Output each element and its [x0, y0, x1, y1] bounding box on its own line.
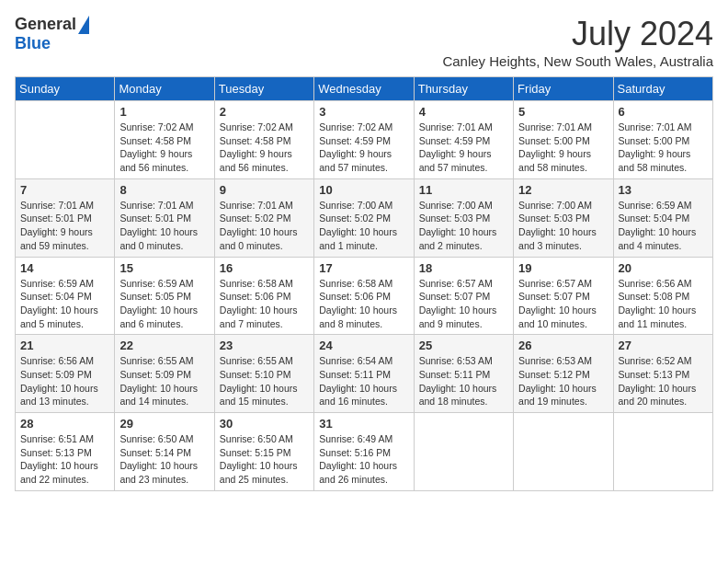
- table-row: [16, 101, 115, 179]
- sunrise-text: Sunrise: 7:00 AM: [419, 200, 493, 211]
- day-number: 24: [319, 339, 408, 352]
- sunrise-text: Sunrise: 6:49 AM: [319, 433, 392, 444]
- table-row: 9Sunrise: 7:01 AMSunset: 5:02 PMDaylight…: [214, 178, 313, 257]
- day-info: Sunrise: 7:01 AMSunset: 5:01 PMDaylight:…: [20, 199, 109, 253]
- sunset-text: Sunset: 5:01 PM: [20, 213, 92, 224]
- logo-blue-text: Blue: [15, 34, 51, 53]
- day-number: 17: [319, 261, 408, 275]
- sunrise-text: Sunrise: 6:55 AM: [220, 355, 293, 366]
- sunset-text: Sunset: 5:01 PM: [119, 213, 191, 224]
- table-row: 16Sunrise: 6:58 AMSunset: 5:06 PMDayligh…: [214, 257, 313, 335]
- sunset-text: Sunset: 4:58 PM: [220, 135, 291, 146]
- day-info: Sunrise: 6:59 AMSunset: 5:04 PMDaylight:…: [20, 277, 109, 331]
- daylight-text: Daylight: 10 hours and 8 minutes.: [319, 304, 397, 329]
- sunrise-text: Sunrise: 6:50 AM: [220, 433, 293, 444]
- day-number: 31: [319, 417, 408, 431]
- daylight-text: Daylight: 10 hours and 18 minutes.: [419, 383, 497, 408]
- day-number: 28: [20, 417, 109, 431]
- daylight-text: Daylight: 9 hours and 56 minutes.: [220, 148, 292, 173]
- day-number: 30: [220, 417, 309, 431]
- daylight-text: Daylight: 10 hours and 1 minute.: [319, 226, 397, 251]
- location-title: Canley Heights, New South Wales, Austral…: [442, 53, 713, 69]
- sunset-text: Sunset: 5:06 PM: [220, 291, 291, 302]
- daylight-text: Daylight: 10 hours and 23 minutes.: [119, 460, 198, 485]
- header-sunday: Sunday: [16, 77, 115, 101]
- daylight-text: Daylight: 10 hours and 15 minutes.: [220, 383, 298, 408]
- table-row: 19Sunrise: 6:57 AMSunset: 5:07 PMDayligh…: [514, 257, 613, 335]
- sunrise-text: Sunrise: 6:52 AM: [619, 355, 692, 366]
- sunset-text: Sunset: 5:11 PM: [419, 369, 491, 380]
- daylight-text: Daylight: 10 hours and 6 minutes.: [119, 304, 198, 329]
- sunset-text: Sunset: 5:04 PM: [20, 291, 92, 302]
- sunrise-text: Sunrise: 6:56 AM: [619, 278, 692, 289]
- day-info: Sunrise: 6:53 AMSunset: 5:11 PMDaylight:…: [419, 354, 508, 408]
- daylight-text: Daylight: 10 hours and 4 minutes.: [619, 226, 697, 251]
- day-number: 20: [619, 261, 708, 275]
- sunrise-text: Sunrise: 6:59 AM: [119, 278, 193, 289]
- day-info: Sunrise: 6:52 AMSunset: 5:13 PMDaylight:…: [619, 354, 708, 408]
- sunset-text: Sunset: 5:16 PM: [319, 447, 391, 458]
- sunrise-text: Sunrise: 6:53 AM: [518, 355, 592, 366]
- day-number: 29: [119, 417, 209, 431]
- sunrise-text: Sunrise: 7:01 AM: [619, 121, 692, 132]
- sunrise-text: Sunrise: 6:58 AM: [220, 278, 293, 289]
- table-row: [514, 413, 613, 491]
- daylight-text: Daylight: 10 hours and 16 minutes.: [319, 383, 397, 408]
- sunrise-text: Sunrise: 6:57 AM: [518, 278, 592, 289]
- sunrise-text: Sunrise: 7:01 AM: [119, 200, 193, 211]
- day-number: 26: [518, 339, 608, 352]
- week-row-1: 1Sunrise: 7:02 AMSunset: 4:58 PMDaylight…: [16, 101, 713, 179]
- sunset-text: Sunset: 5:07 PM: [518, 291, 590, 302]
- daylight-text: Daylight: 10 hours and 10 minutes.: [518, 304, 597, 329]
- table-row: 4Sunrise: 7:01 AMSunset: 4:59 PMDaylight…: [414, 101, 513, 179]
- logo-general-text: General: [15, 15, 76, 34]
- sunset-text: Sunset: 5:00 PM: [619, 135, 690, 146]
- day-info: Sunrise: 7:02 AMSunset: 4:58 PMDaylight:…: [220, 121, 309, 175]
- day-number: 12: [518, 183, 608, 197]
- day-info: Sunrise: 6:51 AMSunset: 5:13 PMDaylight:…: [20, 432, 109, 487]
- table-row: 27Sunrise: 6:52 AMSunset: 5:13 PMDayligh…: [613, 335, 712, 413]
- sunrise-text: Sunrise: 7:01 AM: [419, 121, 493, 132]
- calendar-title-area: July 2024 Canley Heights, New South Wale…: [442, 15, 713, 69]
- calendar-table: Sunday Monday Tuesday Wednesday Thursday…: [15, 76, 713, 491]
- daylight-text: Daylight: 10 hours and 11 minutes.: [619, 304, 697, 329]
- weekday-header-row: Sunday Monday Tuesday Wednesday Thursday…: [16, 77, 713, 101]
- sunrise-text: Sunrise: 7:00 AM: [319, 200, 392, 211]
- sunset-text: Sunset: 4:59 PM: [319, 135, 391, 146]
- sunrise-text: Sunrise: 6:54 AM: [319, 355, 392, 366]
- day-number: 16: [220, 261, 309, 275]
- daylight-text: Daylight: 10 hours and 5 minutes.: [20, 304, 98, 329]
- sunset-text: Sunset: 5:13 PM: [619, 369, 690, 380]
- day-info: Sunrise: 6:55 AMSunset: 5:10 PMDaylight:…: [220, 354, 309, 408]
- daylight-text: Daylight: 10 hours and 22 minutes.: [20, 460, 98, 485]
- table-row: 29Sunrise: 6:50 AMSunset: 5:14 PMDayligh…: [115, 413, 214, 491]
- sunrise-text: Sunrise: 6:51 AM: [20, 433, 94, 444]
- day-info: Sunrise: 6:58 AMSunset: 5:06 PMDaylight:…: [319, 277, 408, 331]
- day-info: Sunrise: 6:57 AMSunset: 5:07 PMDaylight:…: [518, 277, 608, 331]
- sunrise-text: Sunrise: 6:55 AM: [119, 355, 193, 366]
- table-row: 3Sunrise: 7:02 AMSunset: 4:59 PMDaylight…: [314, 101, 414, 179]
- day-number: 1: [119, 105, 209, 119]
- day-info: Sunrise: 7:00 AMSunset: 5:03 PMDaylight:…: [518, 199, 608, 253]
- day-info: Sunrise: 6:56 AMSunset: 5:09 PMDaylight:…: [20, 354, 109, 408]
- table-row: 28Sunrise: 6:51 AMSunset: 5:13 PMDayligh…: [16, 413, 115, 491]
- daylight-text: Daylight: 10 hours and 7 minutes.: [220, 304, 298, 329]
- day-info: Sunrise: 6:53 AMSunset: 5:12 PMDaylight:…: [518, 354, 608, 408]
- table-row: 18Sunrise: 6:57 AMSunset: 5:07 PMDayligh…: [414, 257, 513, 335]
- sunset-text: Sunset: 5:02 PM: [220, 213, 291, 224]
- daylight-text: Daylight: 10 hours and 0 minutes.: [220, 226, 298, 251]
- daylight-text: Daylight: 10 hours and 9 minutes.: [419, 304, 497, 329]
- day-info: Sunrise: 6:56 AMSunset: 5:08 PMDaylight:…: [619, 277, 708, 331]
- daylight-text: Daylight: 9 hours and 57 minutes.: [319, 148, 392, 173]
- table-row: 23Sunrise: 6:55 AMSunset: 5:10 PMDayligh…: [214, 335, 313, 413]
- sunset-text: Sunset: 5:08 PM: [619, 291, 690, 302]
- day-number: 13: [619, 183, 708, 197]
- month-title: July 2024: [442, 15, 713, 53]
- day-number: 25: [419, 339, 508, 352]
- daylight-text: Daylight: 9 hours and 56 minutes.: [119, 148, 192, 173]
- day-number: 6: [619, 105, 708, 119]
- table-row: 5Sunrise: 7:01 AMSunset: 5:00 PMDaylight…: [514, 101, 613, 179]
- day-number: 19: [518, 261, 608, 275]
- sunset-text: Sunset: 5:05 PM: [119, 291, 191, 302]
- day-info: Sunrise: 6:59 AMSunset: 5:04 PMDaylight:…: [619, 199, 708, 253]
